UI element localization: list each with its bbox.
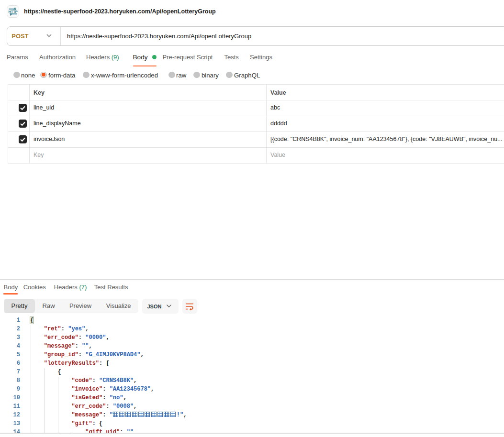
svg-text:HTTP: HTTP: [9, 10, 18, 14]
